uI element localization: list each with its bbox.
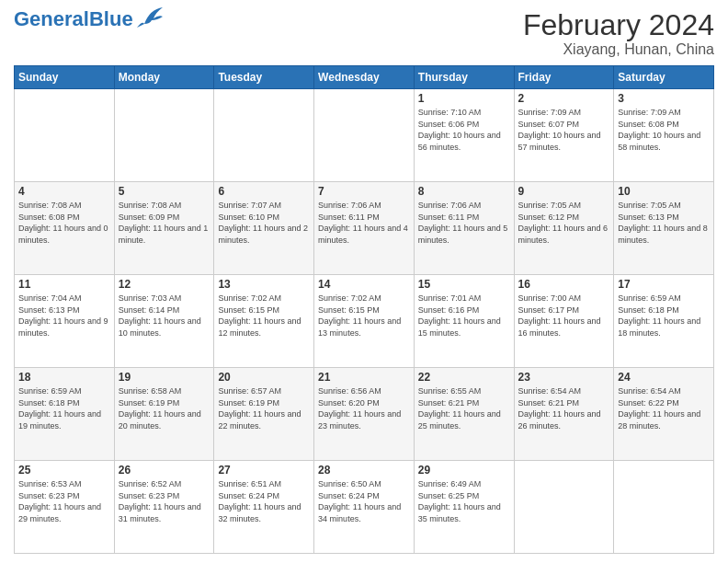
- day-info: Sunrise: 7:05 AM Sunset: 6:12 PM Dayligh…: [518, 200, 610, 246]
- day-info: Sunrise: 6:57 AM Sunset: 6:19 PM Dayligh…: [218, 385, 310, 431]
- day-info: Sunrise: 7:09 AM Sunset: 6:07 PM Dayligh…: [518, 107, 610, 153]
- logo: GeneralBlue: [14, 9, 163, 29]
- day-number: 9: [518, 185, 610, 198]
- day-info: Sunrise: 7:07 AM Sunset: 6:10 PM Dayligh…: [218, 200, 310, 246]
- calendar-cell: 4Sunrise: 7:08 AM Sunset: 6:08 PM Daylig…: [15, 182, 115, 275]
- main-title: February 2024: [523, 9, 714, 41]
- subtitle: Xiayang, Hunan, China: [523, 41, 714, 58]
- day-number: 7: [318, 185, 410, 198]
- day-info: Sunrise: 6:49 AM Sunset: 6:25 PM Dayligh…: [418, 478, 510, 524]
- day-info: Sunrise: 6:53 AM Sunset: 6:23 PM Dayligh…: [18, 478, 110, 524]
- calendar-cell: 1Sunrise: 7:10 AM Sunset: 6:06 PM Daylig…: [414, 89, 514, 182]
- day-info: Sunrise: 6:51 AM Sunset: 6:24 PM Dayligh…: [218, 478, 310, 524]
- calendar-cell: 13Sunrise: 7:02 AM Sunset: 6:15 PM Dayli…: [214, 275, 314, 368]
- day-number: 27: [218, 464, 310, 477]
- day-info: Sunrise: 7:03 AM Sunset: 6:14 PM Dayligh…: [119, 293, 210, 339]
- day-info: Sunrise: 7:02 AM Sunset: 6:15 PM Dayligh…: [318, 293, 410, 339]
- day-info: Sunrise: 6:59 AM Sunset: 6:18 PM Dayligh…: [18, 385, 110, 431]
- calendar-cell: [514, 461, 614, 554]
- day-number: 19: [119, 371, 210, 384]
- day-number: 14: [318, 278, 410, 291]
- day-number: 6: [218, 185, 310, 198]
- day-number: 3: [618, 92, 710, 105]
- day-number: 29: [418, 464, 510, 477]
- day-number: 13: [218, 278, 310, 291]
- day-info: Sunrise: 7:02 AM Sunset: 6:15 PM Dayligh…: [218, 293, 310, 339]
- day-number: 11: [18, 278, 110, 291]
- calendar-cell: 21Sunrise: 6:56 AM Sunset: 6:20 PM Dayli…: [314, 368, 415, 461]
- calendar-cell: 3Sunrise: 7:09 AM Sunset: 6:08 PM Daylig…: [614, 89, 714, 182]
- calendar-week-row: 11Sunrise: 7:04 AM Sunset: 6:13 PM Dayli…: [15, 275, 714, 368]
- col-wednesday: Wednesday: [314, 66, 415, 89]
- day-info: Sunrise: 7:04 AM Sunset: 6:13 PM Dayligh…: [18, 293, 110, 339]
- day-info: Sunrise: 7:00 AM Sunset: 6:17 PM Dayligh…: [518, 293, 610, 339]
- day-number: 23: [518, 371, 610, 384]
- calendar-table: Sunday Monday Tuesday Wednesday Thursday…: [14, 65, 714, 554]
- col-thursday: Thursday: [414, 66, 514, 89]
- day-number: 26: [119, 464, 210, 477]
- day-number: 17: [618, 278, 710, 291]
- day-number: 12: [119, 278, 210, 291]
- logo-general: General: [14, 7, 89, 30]
- calendar-cell: 5Sunrise: 7:08 AM Sunset: 6:09 PM Daylig…: [114, 182, 214, 275]
- logo-text: GeneralBlue: [14, 9, 133, 29]
- calendar-cell: 8Sunrise: 7:06 AM Sunset: 6:11 PM Daylig…: [414, 182, 514, 275]
- calendar-week-row: 25Sunrise: 6:53 AM Sunset: 6:23 PM Dayli…: [15, 461, 714, 554]
- calendar-cell: 28Sunrise: 6:50 AM Sunset: 6:24 PM Dayli…: [314, 461, 415, 554]
- calendar-cell: 15Sunrise: 7:01 AM Sunset: 6:16 PM Dayli…: [414, 275, 514, 368]
- calendar-cell: 10Sunrise: 7:05 AM Sunset: 6:13 PM Dayli…: [614, 182, 714, 275]
- day-number: 10: [618, 185, 710, 198]
- calendar-header-row: Sunday Monday Tuesday Wednesday Thursday…: [15, 66, 714, 89]
- day-number: 25: [18, 464, 110, 477]
- day-info: Sunrise: 6:50 AM Sunset: 6:24 PM Dayligh…: [318, 478, 410, 524]
- calendar-cell: 14Sunrise: 7:02 AM Sunset: 6:15 PM Dayli…: [314, 275, 415, 368]
- col-tuesday: Tuesday: [214, 66, 314, 89]
- day-info: Sunrise: 7:08 AM Sunset: 6:09 PM Dayligh…: [119, 200, 210, 246]
- logo-bird-icon: [137, 7, 163, 28]
- day-number: 2: [518, 92, 610, 105]
- day-number: 16: [518, 278, 610, 291]
- calendar-cell: 7Sunrise: 7:06 AM Sunset: 6:11 PM Daylig…: [314, 182, 415, 275]
- day-number: 1: [418, 92, 510, 105]
- day-number: 22: [418, 371, 510, 384]
- title-block: February 2024 Xiayang, Hunan, China: [523, 9, 714, 58]
- col-monday: Monday: [114, 66, 214, 89]
- day-info: Sunrise: 7:09 AM Sunset: 6:08 PM Dayligh…: [618, 107, 710, 153]
- day-info: Sunrise: 7:08 AM Sunset: 6:08 PM Dayligh…: [18, 200, 110, 246]
- header: GeneralBlue February 2024 Xiayang, Hunan…: [14, 9, 714, 58]
- day-number: 18: [18, 371, 110, 384]
- calendar-cell: [15, 89, 115, 182]
- calendar-cell: [214, 89, 314, 182]
- day-info: Sunrise: 6:59 AM Sunset: 6:18 PM Dayligh…: [618, 293, 710, 339]
- calendar-cell: 16Sunrise: 7:00 AM Sunset: 6:17 PM Dayli…: [514, 275, 614, 368]
- col-saturday: Saturday: [614, 66, 714, 89]
- day-number: 5: [119, 185, 210, 198]
- day-info: Sunrise: 7:01 AM Sunset: 6:16 PM Dayligh…: [418, 293, 510, 339]
- calendar-cell: 25Sunrise: 6:53 AM Sunset: 6:23 PM Dayli…: [15, 461, 115, 554]
- calendar-cell: [314, 89, 415, 182]
- day-info: Sunrise: 6:56 AM Sunset: 6:20 PM Dayligh…: [318, 385, 410, 431]
- calendar-cell: 29Sunrise: 6:49 AM Sunset: 6:25 PM Dayli…: [414, 461, 514, 554]
- day-info: Sunrise: 7:10 AM Sunset: 6:06 PM Dayligh…: [418, 107, 510, 153]
- calendar-cell: 24Sunrise: 6:54 AM Sunset: 6:22 PM Dayli…: [614, 368, 714, 461]
- day-info: Sunrise: 6:58 AM Sunset: 6:19 PM Dayligh…: [119, 385, 210, 431]
- col-friday: Friday: [514, 66, 614, 89]
- calendar-cell: 2Sunrise: 7:09 AM Sunset: 6:07 PM Daylig…: [514, 89, 614, 182]
- calendar-cell: 19Sunrise: 6:58 AM Sunset: 6:19 PM Dayli…: [114, 368, 214, 461]
- calendar-cell: 23Sunrise: 6:54 AM Sunset: 6:21 PM Dayli…: [514, 368, 614, 461]
- logo-blue: Blue: [89, 7, 133, 30]
- day-number: 20: [218, 371, 310, 384]
- calendar-cell: 22Sunrise: 6:55 AM Sunset: 6:21 PM Dayli…: [414, 368, 514, 461]
- calendar-cell: 17Sunrise: 6:59 AM Sunset: 6:18 PM Dayli…: [614, 275, 714, 368]
- day-info: Sunrise: 6:55 AM Sunset: 6:21 PM Dayligh…: [418, 385, 510, 431]
- day-number: 4: [18, 185, 110, 198]
- day-info: Sunrise: 7:05 AM Sunset: 6:13 PM Dayligh…: [618, 200, 710, 246]
- calendar-cell: 27Sunrise: 6:51 AM Sunset: 6:24 PM Dayli…: [214, 461, 314, 554]
- day-number: 15: [418, 278, 510, 291]
- calendar-cell: 9Sunrise: 7:05 AM Sunset: 6:12 PM Daylig…: [514, 182, 614, 275]
- calendar-cell: 12Sunrise: 7:03 AM Sunset: 6:14 PM Dayli…: [114, 275, 214, 368]
- col-sunday: Sunday: [15, 66, 115, 89]
- day-info: Sunrise: 7:06 AM Sunset: 6:11 PM Dayligh…: [318, 200, 410, 246]
- page: GeneralBlue February 2024 Xiayang, Hunan…: [0, 0, 728, 563]
- calendar-cell: 6Sunrise: 7:07 AM Sunset: 6:10 PM Daylig…: [214, 182, 314, 275]
